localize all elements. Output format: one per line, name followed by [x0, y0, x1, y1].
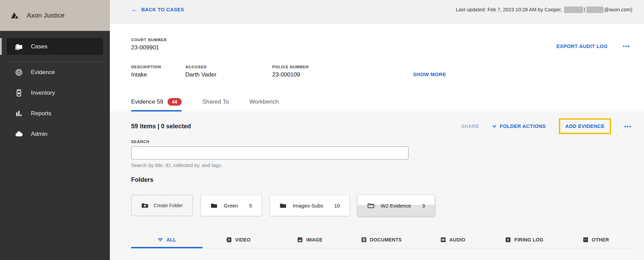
- accused-field: ACCUSED Darth Vader: [185, 65, 272, 78]
- filter-tab-all[interactable]: ALL: [131, 233, 203, 248]
- sidebar-item-label: Inventory: [31, 90, 55, 96]
- panel-actions: EXPORT AUDIT LOG •••: [556, 43, 630, 49]
- filter-tab-firing-log[interactable]: FIRING LOG: [488, 233, 560, 248]
- tab-evidence[interactable]: Evidence 59 44: [131, 94, 182, 111]
- folder-card-w2-evidence[interactable]: W2 Evidence 3: [357, 195, 435, 216]
- sidebar-item-admin[interactable]: Admin: [0, 124, 110, 142]
- redacted-email: [586, 7, 603, 13]
- main-content: ← BACK TO CASES Last updated: Feb 7, 202…: [110, 0, 644, 260]
- axon-logo-icon: [10, 10, 20, 21]
- lightning-bolt-icon: [505, 237, 511, 243]
- folder-count: 5: [249, 203, 252, 209]
- create-folder-icon: [141, 202, 149, 209]
- top-bar: ← BACK TO CASES Last updated: Feb 7, 202…: [110, 0, 644, 24]
- sidebar-item-label: Admin: [31, 131, 47, 138]
- redacted-name: [564, 7, 583, 13]
- case-header-panel: COURT NUMBER 23-009901 EXPORT AUDIT LOG …: [110, 24, 644, 111]
- evidence-count-badge: 44: [168, 98, 182, 106]
- folder-actions-button[interactable]: FOLDER ACTIONS: [492, 123, 546, 129]
- toolbar-more-icon[interactable]: •••: [624, 123, 632, 129]
- search-label: SEARCH: [131, 140, 632, 144]
- document-icon: [361, 237, 367, 243]
- create-folder-label: Create Folder: [153, 203, 183, 208]
- video-icon: [226, 237, 232, 243]
- folders-heading: Folders: [131, 176, 632, 184]
- evidence-toolbar: 59 items | 0 selected SHARE FOLDER ACTIO…: [131, 118, 632, 134]
- sidebar-item-evidence[interactable]: Evidence: [0, 62, 110, 83]
- folder-open-icon: [367, 202, 375, 209]
- sidebar-item-label: Cases: [31, 43, 47, 50]
- tab-workbench[interactable]: Workbench: [249, 94, 279, 111]
- sidebar-item-label: Evidence: [31, 69, 55, 76]
- filter-tab-audio[interactable]: AUDIO: [417, 233, 488, 248]
- search-block: SEARCH Search by title, ID, collected by…: [131, 140, 632, 168]
- back-link-label: BACK TO CASES: [141, 7, 184, 12]
- sidebar-item-inventory[interactable]: Inventory: [0, 83, 110, 103]
- app-title: Axon Justice: [27, 12, 65, 19]
- items-summary: 59 items | 0 selected: [131, 123, 191, 130]
- tab-shared-to[interactable]: Shared To: [202, 94, 229, 111]
- image-icon: [297, 237, 303, 243]
- filter-tab-other[interactable]: OTHER: [560, 233, 632, 248]
- export-audit-log-button[interactable]: EXPORT AUDIT LOG: [556, 44, 608, 49]
- folder-icon: [210, 202, 218, 209]
- body-camera-icon: [14, 88, 23, 97]
- cloud-icon: [14, 130, 23, 139]
- folder-count: 3: [422, 203, 425, 209]
- folder-card-green[interactable]: Green 5: [200, 195, 262, 216]
- evidence-section: 59 items | 0 selected SHARE FOLDER ACTIO…: [110, 111, 644, 260]
- sidebar-nav: Cases Evidence Inventory: [0, 31, 110, 142]
- show-more-link[interactable]: SHOW MORE: [413, 72, 446, 78]
- filter-list-icon: [158, 237, 163, 243]
- description-field: DESCRIPTION Intake: [131, 65, 185, 78]
- sidebar-item-reports[interactable]: Reports: [0, 103, 110, 124]
- sidebar: Axon Justice Cases Evidence: [0, 0, 110, 260]
- filter-tab-documents[interactable]: DOCUMENTS: [346, 233, 417, 248]
- active-nav-indicator: [0, 38, 2, 55]
- audio-icon: [440, 237, 446, 243]
- filter-tab-video[interactable]: VIDEO: [203, 233, 274, 248]
- police-number-field: POLICE NUMBER 23-000109: [272, 65, 348, 78]
- folder-icon: [279, 202, 287, 209]
- create-folder-button[interactable]: Create Folder: [131, 195, 193, 216]
- evidence-filter-tabs: ALL VIDEO IMAGE: [131, 233, 632, 248]
- search-helper-text: Search by title, ID, collected by, and t…: [131, 163, 632, 168]
- chevron-down-icon: [492, 125, 496, 128]
- case-tabs: Evidence 59 44 Shared To Workbench: [131, 94, 279, 111]
- folder-icon: [14, 42, 23, 51]
- bar-chart-icon: [14, 109, 23, 118]
- fingerprint-icon: [14, 68, 23, 77]
- last-updated-text: Last updated: Feb 7, 2023 10:28 AM by Co…: [456, 7, 632, 13]
- back-arrow-icon: ←: [131, 6, 138, 13]
- court-number-label: COURT NUMBER: [131, 38, 632, 42]
- app-header: Axon Justice: [0, 0, 110, 31]
- folders-row: Create Folder Green 5 Images-Subs 10: [131, 195, 632, 216]
- add-evidence-button[interactable]: ADD EVIDENCE: [565, 123, 605, 129]
- filter-tab-image[interactable]: IMAGE: [274, 233, 346, 248]
- folder-count: 10: [334, 203, 340, 209]
- add-evidence-highlight-box: ADD EVIDENCE: [559, 118, 611, 134]
- search-input[interactable]: [131, 146, 409, 159]
- more-actions-icon[interactable]: •••: [623, 43, 630, 49]
- ellipsis-icon: [583, 237, 588, 243]
- folder-card-images-subs[interactable]: Images-Subs 10: [269, 195, 350, 216]
- sidebar-item-cases[interactable]: Cases: [7, 38, 103, 55]
- sidebar-item-label: Reports: [31, 110, 51, 117]
- case-fields-row: DESCRIPTION Intake ACCUSED Darth Vader P…: [131, 65, 632, 78]
- toolbar-actions: SHARE FOLDER ACTIONS ADD EVIDENCE •••: [461, 118, 632, 134]
- back-to-cases-link[interactable]: ← BACK TO CASES: [131, 6, 184, 13]
- share-button[interactable]: SHARE: [461, 123, 479, 129]
